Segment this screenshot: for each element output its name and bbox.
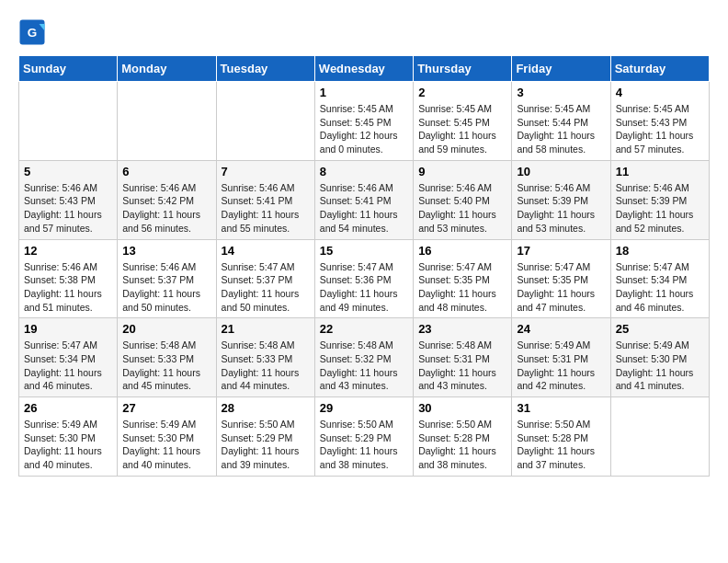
day-number: 27 <box>122 401 210 415</box>
day-number: 6 <box>122 165 210 178</box>
calendar-cell: 16Sunrise: 5:47 AM Sunset: 5:35 PM Dayli… <box>414 239 512 318</box>
calendar-cell: 29Sunrise: 5:50 AM Sunset: 5:29 PM Dayli… <box>314 397 413 477</box>
calendar-cell: 31Sunrise: 5:50 AM Sunset: 5:28 PM Dayli… <box>512 397 610 477</box>
day-number: 31 <box>517 401 605 415</box>
weekday-thursday: Thursday <box>414 56 512 82</box>
day-info: Sunrise: 5:49 AM Sunset: 5:30 PM Dayligh… <box>616 339 704 393</box>
day-number: 21 <box>222 322 310 336</box>
calendar-cell: 26Sunrise: 5:49 AM Sunset: 5:30 PM Dayli… <box>19 397 118 477</box>
calendar-cell <box>216 82 314 161</box>
day-info: Sunrise: 5:49 AM Sunset: 5:31 PM Dayligh… <box>517 339 605 393</box>
calendar-week-3: 12Sunrise: 5:46 AM Sunset: 5:38 PM Dayli… <box>19 239 710 318</box>
day-number: 28 <box>222 401 310 415</box>
day-number: 20 <box>122 322 210 336</box>
day-number: 23 <box>418 322 506 336</box>
day-info: Sunrise: 5:47 AM Sunset: 5:34 PM Dayligh… <box>616 260 704 315</box>
calendar-cell: 24Sunrise: 5:49 AM Sunset: 5:31 PM Dayli… <box>512 318 610 397</box>
calendar-cell: 22Sunrise: 5:48 AM Sunset: 5:32 PM Dayli… <box>314 318 413 397</box>
day-info: Sunrise: 5:46 AM Sunset: 5:41 PM Dayligh… <box>320 181 408 236</box>
day-info: Sunrise: 5:47 AM Sunset: 5:34 PM Dayligh… <box>24 339 112 393</box>
day-info: Sunrise: 5:48 AM Sunset: 5:33 PM Dayligh… <box>222 339 310 393</box>
calendar-cell: 3Sunrise: 5:45 AM Sunset: 5:44 PM Daylig… <box>512 82 610 161</box>
calendar-table: SundayMondayTuesdayWednesdayThursdayFrid… <box>18 55 710 477</box>
weekday-sunday: Sunday <box>19 56 118 82</box>
day-number: 9 <box>418 165 506 178</box>
day-info: Sunrise: 5:49 AM Sunset: 5:30 PM Dayligh… <box>24 418 112 472</box>
day-info: Sunrise: 5:47 AM Sunset: 5:37 PM Dayligh… <box>222 260 310 315</box>
weekday-wednesday: Wednesday <box>314 56 413 82</box>
calendar-cell: 19Sunrise: 5:47 AM Sunset: 5:34 PM Dayli… <box>19 318 118 397</box>
day-number: 4 <box>616 86 704 99</box>
day-info: Sunrise: 5:46 AM Sunset: 5:37 PM Dayligh… <box>122 260 210 315</box>
calendar-cell: 10Sunrise: 5:46 AM Sunset: 5:39 PM Dayli… <box>512 160 610 239</box>
day-number: 19 <box>24 322 112 336</box>
calendar-cell: 11Sunrise: 5:46 AM Sunset: 5:39 PM Dayli… <box>610 160 709 239</box>
day-info: Sunrise: 5:46 AM Sunset: 5:39 PM Dayligh… <box>616 181 704 236</box>
day-number: 7 <box>222 165 310 178</box>
weekday-saturday: Saturday <box>610 56 709 82</box>
weekday-tuesday: Tuesday <box>216 56 314 82</box>
calendar-cell <box>118 82 216 161</box>
calendar-cell: 5Sunrise: 5:46 AM Sunset: 5:43 PM Daylig… <box>19 160 118 239</box>
day-info: Sunrise: 5:50 AM Sunset: 5:28 PM Dayligh… <box>418 418 506 472</box>
calendar-cell: 21Sunrise: 5:48 AM Sunset: 5:33 PM Dayli… <box>216 318 314 397</box>
day-info: Sunrise: 5:46 AM Sunset: 5:41 PM Dayligh… <box>222 181 310 236</box>
day-info: Sunrise: 5:45 AM Sunset: 5:43 PM Dayligh… <box>616 102 704 156</box>
day-info: Sunrise: 5:45 AM Sunset: 5:44 PM Dayligh… <box>517 102 605 156</box>
weekday-header-row: SundayMondayTuesdayWednesdayThursdayFrid… <box>19 56 710 82</box>
day-info: Sunrise: 5:48 AM Sunset: 5:31 PM Dayligh… <box>418 339 506 393</box>
calendar-cell: 7Sunrise: 5:46 AM Sunset: 5:41 PM Daylig… <box>216 160 314 239</box>
logo: G <box>18 18 50 46</box>
day-number: 22 <box>320 322 408 336</box>
day-number: 2 <box>418 86 506 99</box>
day-number: 10 <box>517 165 605 178</box>
day-number: 12 <box>24 244 112 258</box>
calendar-cell: 8Sunrise: 5:46 AM Sunset: 5:41 PM Daylig… <box>314 160 413 239</box>
calendar-cell <box>610 397 709 477</box>
day-info: Sunrise: 5:49 AM Sunset: 5:30 PM Dayligh… <box>122 418 210 472</box>
day-info: Sunrise: 5:50 AM Sunset: 5:29 PM Dayligh… <box>222 418 310 472</box>
calendar-cell <box>19 82 118 161</box>
day-number: 11 <box>616 165 704 178</box>
logo-icon: G <box>18 18 46 46</box>
day-number: 17 <box>517 244 605 258</box>
calendar-cell: 28Sunrise: 5:50 AM Sunset: 5:29 PM Dayli… <box>216 397 314 477</box>
day-info: Sunrise: 5:48 AM Sunset: 5:32 PM Dayligh… <box>320 339 408 393</box>
day-number: 30 <box>418 401 506 415</box>
svg-text:G: G <box>28 26 38 40</box>
day-info: Sunrise: 5:50 AM Sunset: 5:28 PM Dayligh… <box>517 418 605 472</box>
calendar-cell: 18Sunrise: 5:47 AM Sunset: 5:34 PM Dayli… <box>610 239 709 318</box>
calendar-cell: 2Sunrise: 5:45 AM Sunset: 5:45 PM Daylig… <box>414 82 512 161</box>
day-number: 25 <box>616 322 704 336</box>
day-info: Sunrise: 5:46 AM Sunset: 5:40 PM Dayligh… <box>418 181 506 236</box>
day-info: Sunrise: 5:45 AM Sunset: 5:45 PM Dayligh… <box>418 102 506 156</box>
day-info: Sunrise: 5:46 AM Sunset: 5:43 PM Dayligh… <box>24 181 112 236</box>
calendar-cell: 13Sunrise: 5:46 AM Sunset: 5:37 PM Dayli… <box>118 239 216 318</box>
weekday-monday: Monday <box>118 56 216 82</box>
day-number: 13 <box>122 244 210 258</box>
calendar-cell: 25Sunrise: 5:49 AM Sunset: 5:30 PM Dayli… <box>610 318 709 397</box>
day-number: 26 <box>24 401 112 415</box>
day-number: 18 <box>616 244 704 258</box>
day-info: Sunrise: 5:50 AM Sunset: 5:29 PM Dayligh… <box>320 418 408 472</box>
day-info: Sunrise: 5:46 AM Sunset: 5:38 PM Dayligh… <box>24 260 112 315</box>
calendar-body: 1Sunrise: 5:45 AM Sunset: 5:45 PM Daylig… <box>19 82 710 477</box>
calendar-cell: 4Sunrise: 5:45 AM Sunset: 5:43 PM Daylig… <box>610 82 709 161</box>
day-number: 14 <box>222 244 310 258</box>
calendar-week-5: 26Sunrise: 5:49 AM Sunset: 5:30 PM Dayli… <box>19 397 710 477</box>
day-number: 5 <box>24 165 112 178</box>
day-number: 8 <box>320 165 408 178</box>
day-info: Sunrise: 5:47 AM Sunset: 5:36 PM Dayligh… <box>320 260 408 315</box>
weekday-friday: Friday <box>512 56 610 82</box>
calendar-cell: 1Sunrise: 5:45 AM Sunset: 5:45 PM Daylig… <box>314 82 413 161</box>
day-info: Sunrise: 5:46 AM Sunset: 5:39 PM Dayligh… <box>517 181 605 236</box>
calendar-cell: 9Sunrise: 5:46 AM Sunset: 5:40 PM Daylig… <box>414 160 512 239</box>
calendar-cell: 12Sunrise: 5:46 AM Sunset: 5:38 PM Dayli… <box>19 239 118 318</box>
calendar-cell: 14Sunrise: 5:47 AM Sunset: 5:37 PM Dayli… <box>216 239 314 318</box>
day-info: Sunrise: 5:47 AM Sunset: 5:35 PM Dayligh… <box>517 260 605 315</box>
calendar-week-1: 1Sunrise: 5:45 AM Sunset: 5:45 PM Daylig… <box>19 82 710 161</box>
calendar-week-4: 19Sunrise: 5:47 AM Sunset: 5:34 PM Dayli… <box>19 318 710 397</box>
day-info: Sunrise: 5:48 AM Sunset: 5:33 PM Dayligh… <box>122 339 210 393</box>
calendar-cell: 17Sunrise: 5:47 AM Sunset: 5:35 PM Dayli… <box>512 239 610 318</box>
day-number: 1 <box>320 86 408 99</box>
